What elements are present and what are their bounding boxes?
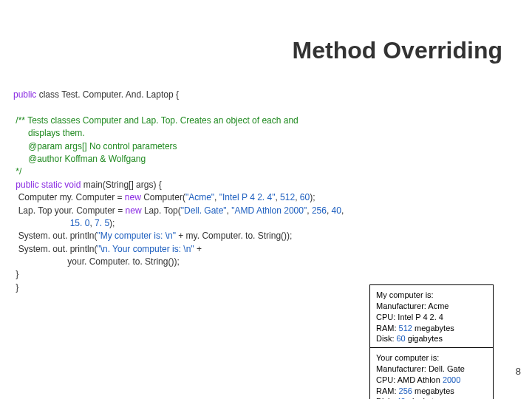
num: 40: [332, 205, 341, 216]
out-line: Manufacturer: Acme: [376, 301, 449, 310]
kw: new: [125, 192, 143, 202]
code-text: System. out. println(: [13, 231, 97, 241]
out-num: 512: [399, 324, 415, 332]
output-box-1: My computer is: Manufacturer: Acme CPU: …: [369, 284, 494, 349]
code-text: }: [13, 269, 18, 279]
string: "My computer is: \n": [97, 231, 178, 241]
comment: displays them.: [13, 128, 85, 138]
code-text: your. Computer. to. String());: [13, 256, 180, 267]
kw: public: [13, 89, 39, 100]
num: 256: [312, 205, 327, 216]
code-text: class Test. Computer. And. Laptop {: [39, 89, 179, 100]
string: "Dell. Gate": [181, 205, 227, 216]
num: 512: [280, 192, 295, 202]
code-text: ,: [341, 205, 344, 216]
code-text: Computer(: [143, 192, 185, 202]
code-text: System. out. println(: [13, 244, 97, 254]
code-text: ,: [327, 205, 332, 216]
string: "Intel P 4 2. 4": [219, 192, 276, 202]
page-number: 8: [516, 366, 521, 377]
out-line: CPU: Intel P 4 2. 4: [376, 313, 443, 321]
code-text: ,: [307, 205, 312, 216]
out-line: My computer is:: [376, 290, 434, 299]
code-block: public class Test. Computer. And. Laptop…: [13, 89, 344, 294]
out-line: gigabytes: [408, 334, 443, 343]
code-text: +: [197, 244, 202, 254]
code-text: Lap. Top your. Computer =: [13, 205, 126, 216]
out-num: 2000: [443, 375, 460, 384]
out-num: 60: [397, 334, 408, 343]
out-line: RAM:: [376, 324, 399, 332]
kw: new: [126, 205, 144, 216]
out-line: megabytes: [415, 324, 454, 332]
code-text: );: [310, 192, 315, 202]
code-text: }: [13, 282, 18, 293]
out-line: Manufacturer: Dell. Gate: [376, 364, 465, 373]
code-text: ,: [214, 192, 219, 202]
out-line: Your computer is:: [376, 353, 439, 362]
code-text: [13, 218, 70, 228]
comment: */: [13, 166, 21, 177]
out-line: RAM:: [376, 386, 399, 395]
kw: public static void: [13, 180, 83, 190]
string: "Acme": [185, 192, 214, 202]
code-text: + my. Computer. to. String());: [178, 231, 292, 241]
code-text: Lap. Top(: [144, 205, 181, 216]
string: "AMD Athlon 2000": [231, 205, 307, 216]
output-box-2: Your computer is: Manufacturer: Dell. Ga…: [369, 347, 494, 399]
comment: @param args[] No control parameters: [13, 141, 177, 151]
code-text: );: [109, 218, 115, 228]
out-line: megabytes: [415, 386, 454, 395]
string: "\n. Your computer is: \n": [97, 244, 197, 254]
num: 15. 0: [70, 218, 90, 228]
code-text: main(String[] args) {: [83, 180, 162, 190]
code-text: Computer my. Computer =: [13, 192, 125, 202]
num: 7. 5: [95, 218, 109, 228]
slide-title: Method Overriding: [293, 37, 502, 64]
out-line: Disk:: [376, 334, 397, 343]
num: 60: [300, 192, 310, 202]
comment: @author Koffman & Wolfgang: [13, 154, 146, 164]
out-line: CPU: AMD Athlon: [376, 375, 443, 384]
code-text: ,: [295, 192, 300, 202]
comment: /** Tests classes Computer and Lap. Top.…: [13, 115, 299, 126]
out-num: 256: [399, 386, 415, 395]
